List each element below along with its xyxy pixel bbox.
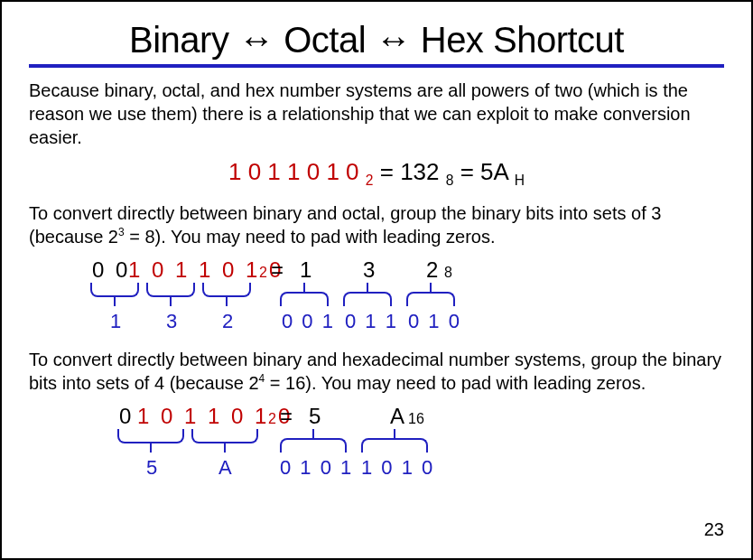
result-2: 3	[363, 257, 375, 283]
binary-value: 1 0 1 1 0 1 0	[228, 158, 359, 185]
bracket-down	[202, 283, 251, 297]
hex-diagram: 0 1 0 1 1 0 1 0 2 = 5 A 16 5 A 0 1 0 1 1…	[29, 404, 724, 476]
bracket-stem	[303, 283, 305, 292]
bracket-stem	[312, 429, 314, 438]
octal-para-b: = 8). You may need to pad with leading z…	[125, 227, 496, 247]
binary-base: 2	[268, 411, 279, 427]
bracket-down	[191, 429, 258, 443]
octal-paragraph: To convert directly between binary and o…	[29, 201, 724, 248]
bits-2: 0 1 1	[345, 310, 398, 333]
group-val-1: 5	[146, 456, 157, 480]
equals: =	[380, 158, 400, 185]
bracket-stem	[394, 429, 395, 438]
bracket-stem	[170, 297, 172, 306]
bracket-up	[406, 292, 455, 306]
result-base: 16	[408, 411, 424, 427]
main-equation: 1 0 1 1 0 1 0 2 = 132 8 = 5A H	[29, 158, 724, 189]
bracket-down	[90, 283, 139, 297]
slide: Binary ↔ Octal ↔ Hex Shortcut Because bi…	[2, 2, 751, 558]
result-3: 2	[426, 257, 438, 283]
group-val-2: 3	[166, 310, 177, 333]
equals: =	[280, 404, 293, 429]
page-number: 23	[704, 519, 724, 540]
hex-paragraph: To convert directly between binary and h…	[29, 348, 724, 395]
hex-base: H	[515, 173, 525, 188]
equals: =	[271, 257, 284, 283]
bracket-stem	[224, 443, 226, 453]
title-underline	[29, 64, 724, 68]
result-1: 5	[309, 404, 321, 429]
bracket-up	[343, 292, 392, 306]
bracket-stem	[226, 297, 228, 306]
bracket-up	[280, 292, 329, 306]
group-val-1: 1	[110, 310, 121, 333]
bracket-up	[280, 438, 347, 453]
bits-1: 0 1 0 1	[280, 456, 353, 480]
binary-base: 2	[366, 173, 374, 188]
hex-para-b: = 16). You may need to pad with leading …	[265, 373, 646, 393]
hex-value: 5A	[480, 158, 507, 185]
bracket-down	[146, 283, 195, 297]
intro-paragraph: Because binary, octal, and hex number sy…	[29, 79, 724, 149]
bits-2: 1 0 1 0	[361, 456, 434, 480]
result-2: A	[390, 404, 404, 429]
octal-diagram: 0 0 1 0 1 1 0 1 0 2 = 1 3 2 8 1 3 2 0 0 …	[29, 257, 724, 339]
bracket-up	[361, 438, 428, 453]
octal-value: 132	[400, 158, 439, 185]
octal-para-exp: 3	[118, 227, 125, 239]
bracket-stem	[367, 283, 368, 292]
group-val-2: A	[218, 456, 232, 480]
group-val-3: 2	[222, 310, 233, 333]
bracket-stem	[150, 443, 152, 453]
pad-zero: 0	[119, 404, 134, 429]
bracket-stem	[430, 283, 432, 292]
bracket-stem	[114, 297, 116, 306]
bracket-down	[117, 429, 184, 443]
binary-base: 2	[259, 265, 270, 281]
result-1: 1	[300, 257, 311, 283]
octal-base: 8	[446, 173, 454, 188]
bits-3: 0 1 0	[408, 310, 461, 333]
bits-1: 0 0 1	[282, 310, 335, 333]
result-base: 8	[444, 265, 452, 281]
equals: =	[460, 158, 480, 185]
pad-zeros: 0 0	[92, 257, 130, 283]
slide-title: Binary ↔ Octal ↔ Hex Shortcut	[29, 20, 724, 61]
